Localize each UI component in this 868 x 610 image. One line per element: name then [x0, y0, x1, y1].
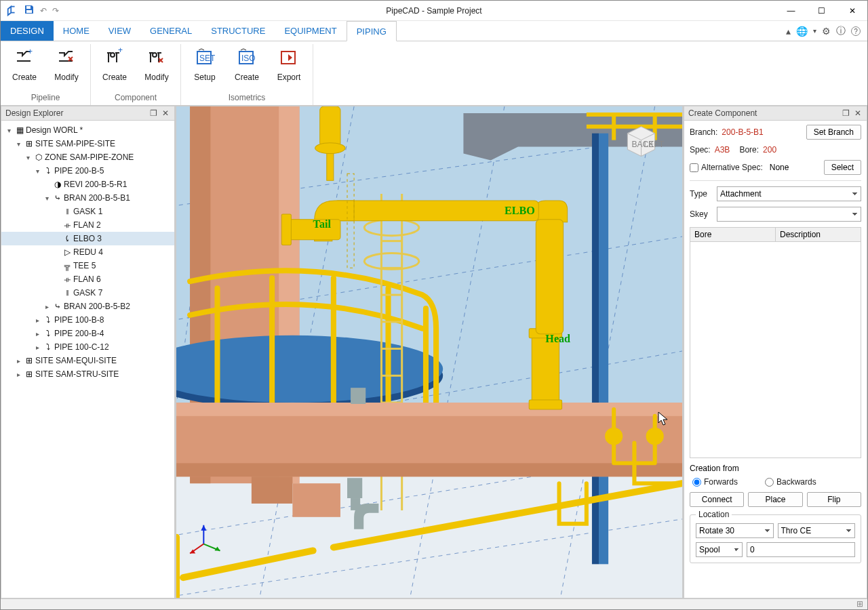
tree-root[interactable]: ▾▦Design WORL * [1, 123, 174, 137]
tree-pipe-100c12[interactable]: ▸⤵PIPE 100-C-12 [1, 340, 174, 354]
tree-revi[interactable]: ◑REVI 200-B-5-R1 [1, 178, 174, 191]
svg-point-74 [648, 430, 662, 443]
tab-general[interactable]: GENERAL [140, 21, 201, 41]
group-title-component: Component [115, 92, 157, 105]
iso-export-icon [278, 47, 300, 68]
ribbon-tab-strip: DESIGN HOME VIEW GENERAL STRUCTURE EQUIP… [1, 21, 867, 41]
spool-select[interactable]: Spool [696, 542, 743, 557]
panel-close-icon[interactable]: ✕ [853, 108, 863, 118]
svg-rect-58 [351, 388, 366, 404]
help-icon[interactable]: ? [851, 26, 861, 36]
tab-view[interactable]: VIEW [99, 21, 140, 41]
tree-gask7[interactable]: ⦀GASK 7 [1, 286, 174, 300]
connect-button[interactable]: Connect [690, 492, 744, 507]
window-close-button[interactable]: ✕ [837, 1, 867, 21]
svg-point-73 [607, 430, 620, 443]
info-icon[interactable]: ⓘ [836, 25, 846, 37]
panel-float-icon[interactable]: ❐ [149, 108, 158, 118]
tree-pipe-200b5[interactable]: ▾⤵PIPE 200-B-5 [1, 164, 174, 178]
spool-number-input[interactable] [747, 542, 855, 557]
create-component-panel: Create Component ❐ ✕ Branch: 200-B-5-B1 … [683, 106, 867, 598]
svg-text:+: + [28, 47, 33, 56]
svg-rect-54 [176, 403, 682, 416]
tree-site-equi[interactable]: ▸⊞SITE SAM-EQUI-SITE [1, 354, 174, 367]
tree-bran2[interactable]: ▸⤷BRAN 200-B-5-B2 [1, 300, 174, 313]
collapse-ribbon-icon[interactable]: ▴ [786, 26, 791, 37]
settings-gear-icon[interactable]: ⚙ [822, 26, 831, 37]
creation-from-label: Creation from [690, 464, 861, 473]
svg-point-70 [315, 143, 345, 154]
lang-icon[interactable]: 🌐 [796, 26, 808, 37]
design-explorer-title: Design Explorer [5, 108, 146, 118]
thro-select[interactable]: Thro CE [778, 523, 856, 538]
iso-export-button[interactable]: Export [272, 44, 306, 92]
type-label: Type [690, 189, 713, 199]
bore-label: Bore: [739, 145, 759, 155]
svg-rect-60 [347, 478, 362, 498]
tab-home[interactable]: HOME [54, 21, 99, 41]
save-icon[interactable] [24, 4, 35, 17]
set-branch-button[interactable]: Set Branch [806, 125, 861, 140]
flip-button[interactable]: Flip [807, 492, 861, 507]
component-modify-button[interactable]: Modify [140, 44, 174, 92]
place-button[interactable]: Place [748, 492, 802, 507]
tab-equipment[interactable]: EQUIPMENT [275, 21, 346, 41]
tree-gask1[interactable]: ⦀GASK 1 [1, 205, 174, 218]
direction-forwards-radio[interactable]: Forwards [692, 477, 738, 487]
group-title-pipeline: Pipeline [31, 92, 60, 105]
viewport-label-elbo: ELBO [505, 205, 535, 216]
3d-viewport[interactable]: BACKLEFT [176, 106, 683, 598]
direction-backwards-radio[interactable]: Backwards [765, 477, 816, 487]
pipeline-modify-button[interactable]: Modify [50, 44, 83, 92]
pipeline-create-button[interactable]: + Create [7, 44, 41, 92]
redo-icon[interactable]: ↷ [52, 6, 59, 16]
component-modify-icon [146, 47, 167, 68]
viewport-label-head: Head [545, 333, 570, 344]
tree-elbo3[interactable]: ⤹ELBO 3 [1, 232, 174, 245]
tree-redu4[interactable]: ▷REDU 4 [1, 245, 174, 259]
ribbon-body: + Create Modify Pipeline + Create Modify [1, 41, 867, 106]
undo-icon[interactable]: ↶ [40, 6, 47, 16]
rotate-select[interactable]: Rotate 30 [696, 523, 774, 538]
svg-text:+: + [118, 47, 123, 55]
tree-pipe-200b4[interactable]: ▸⤵PIPE 200-B-4 [1, 327, 174, 340]
pipeline-modify-icon [56, 47, 77, 68]
status-grip-icon: ⊞ [856, 599, 863, 609]
tree-bran1[interactable]: ▾⤷BRAN 200-B-5-B1 [1, 191, 174, 205]
tab-design[interactable]: DESIGN [1, 21, 54, 41]
pipeline-create-icon: + [14, 47, 35, 68]
tree-flan2[interactable]: ⟛FLAN 2 [1, 218, 174, 232]
component-create-button[interactable]: + Create [98, 44, 132, 92]
component-create-icon: + [104, 47, 125, 68]
panel-float-icon[interactable]: ❐ [841, 108, 850, 118]
component-list[interactable] [690, 241, 861, 458]
globe-dropdown-icon[interactable]: ▾ [813, 27, 816, 35]
spec-value: A3B [715, 145, 730, 155]
window-maximize-button[interactable]: ☐ [806, 1, 837, 21]
type-select[interactable]: Attachment [717, 186, 861, 201]
alt-spec-checkbox[interactable]: Alternative Spec: [690, 163, 763, 172]
iso-setup-icon: SET [194, 47, 216, 68]
design-tree[interactable]: ▾▦Design WORL * ▾⊞SITE SAM-PIPE-SITE ▾⬡Z… [1, 121, 175, 598]
tree-tee5[interactable]: ╦TEE 5 [1, 259, 174, 272]
svg-rect-0 [26, 6, 31, 9]
window-minimize-button[interactable]: — [776, 1, 806, 21]
svg-rect-55 [176, 463, 682, 476]
viewport-label-tail: Tail [313, 218, 332, 230]
tree-zone[interactable]: ▾⬡ZONE SAM-PIPE-ZONE [1, 150, 174, 164]
tree-flan6[interactable]: ⟛FLAN 6 [1, 272, 174, 286]
panel-close-icon[interactable]: ✕ [161, 108, 170, 118]
branch-label: Branch: [690, 127, 717, 137]
tree-site-pipe[interactable]: ▾⊞SITE SAM-PIPE-SITE [1, 137, 174, 150]
tab-piping[interactable]: PIPING [347, 21, 397, 41]
svg-text:SET: SET [199, 54, 215, 63]
iso-setup-button[interactable]: SET Setup [188, 44, 222, 92]
tree-site-stru[interactable]: ▸⊞SITE SAM-STRU-SITE [1, 367, 174, 381]
tab-structure[interactable]: STRUCTURE [201, 21, 275, 41]
skey-select[interactable] [717, 207, 861, 222]
svg-text:ISO: ISO [241, 54, 256, 63]
svg-rect-1 [26, 10, 32, 13]
iso-create-button[interactable]: ISO Create [230, 44, 264, 92]
alt-spec-select-button[interactable]: Select [824, 160, 861, 175]
tree-pipe-100b8[interactable]: ▸⤵PIPE 100-B-8 [1, 313, 174, 327]
